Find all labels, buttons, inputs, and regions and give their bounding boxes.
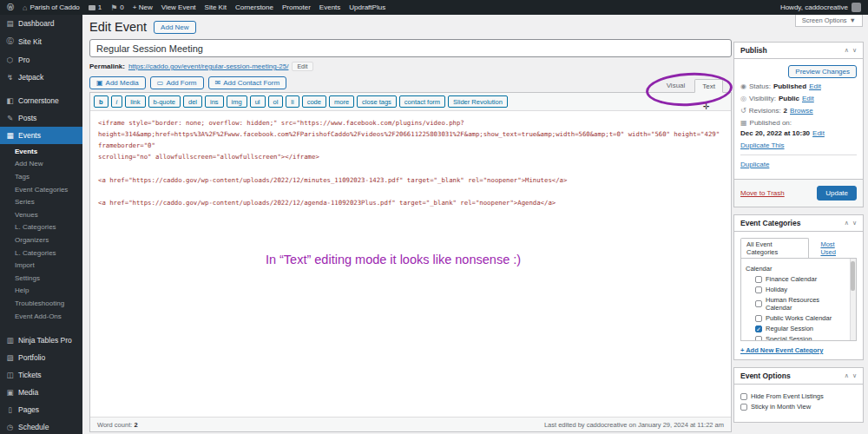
tab-all-categories[interactable]: All Event Categories	[740, 238, 809, 259]
site-kit-menu[interactable]: Site Kit	[205, 3, 227, 11]
quicktag-bold[interactable]: b	[94, 95, 108, 108]
sidebar-item-schedule[interactable]: ◷ Schedule	[0, 418, 82, 434]
move-up-icon[interactable]: ∧	[845, 220, 849, 227]
published-edit-link[interactable]: Edit	[812, 129, 825, 137]
submenu-item-venues[interactable]: Venues	[0, 208, 82, 221]
quicktag-italic[interactable]: i	[111, 95, 123, 108]
permalink-edit-button[interactable]: Edit	[292, 62, 312, 71]
quicktag-ol[interactable]: ol	[268, 95, 284, 108]
notifications-menu[interactable]: ⚑ 0	[110, 3, 124, 12]
submenu-item-venue-categories[interactable]: L. Categories	[0, 221, 82, 234]
submenu-item-import[interactable]: Import	[0, 259, 82, 272]
add-form-button[interactable]: ▭ Add Form	[150, 76, 204, 89]
category-checkbox-finance-calendar[interactable]: Finance Calendar	[755, 275, 845, 283]
add-new-button[interactable]: Add New	[154, 21, 195, 34]
sidebar-item-portfolio[interactable]: ▨ Portfolio	[0, 349, 82, 366]
quicktag-ul[interactable]: ul	[250, 95, 266, 108]
submenu-item-events[interactable]: Events	[0, 145, 82, 158]
title-input[interactable]	[89, 39, 732, 57]
scrollbar-thumb[interactable]	[851, 261, 855, 291]
site-name-menu[interactable]: ⌂ Parish of Caddo	[23, 3, 80, 12]
quicktag-contact-form[interactable]: contact form	[399, 95, 445, 108]
cornerstone-menu[interactable]: Cornerstone	[235, 3, 273, 11]
sidebar-item-ninja-tables-pro[interactable]: ▥ Ninja Tables Pro	[0, 332, 82, 349]
category-item-calendar[interactable]: Calendar	[746, 265, 845, 273]
screen-options-tab[interactable]: Screen Options ▼	[795, 15, 863, 27]
view-event-menu[interactable]: View Event	[161, 3, 196, 11]
submenu-item-settings[interactable]: Settings	[0, 272, 82, 285]
add-new-category-link[interactable]: + Add New Event Category	[740, 346, 823, 354]
quicktag-close-tags[interactable]: close tags	[357, 95, 397, 108]
sidebar-item-jetpack[interactable]: ↯ Jetpack	[0, 69, 82, 86]
permalink-link[interactable]: https://caddo.gov/event/regular-session-…	[128, 62, 289, 70]
add-media-button[interactable]: ▣ Add Media	[89, 76, 146, 89]
tab-visual[interactable]: Visual	[659, 78, 694, 92]
sidebar-item-label: Portfolio	[18, 353, 45, 362]
home-icon: ⌂	[23, 3, 27, 12]
submenu-item-add-new[interactable]: Add New	[0, 158, 82, 171]
sidebar-item-pages[interactable]: ▯ Pages	[0, 401, 82, 418]
submenu-item-event-add-ons[interactable]: Event Add-Ons	[0, 310, 82, 323]
duplicate-this-link[interactable]: Duplicate This	[740, 141, 785, 149]
post-content-textarea[interactable]: <iframe style="border: none; overflow: h…	[90, 111, 731, 417]
move-up-icon[interactable]: ∧	[845, 372, 849, 379]
category-checkbox-holiday[interactable]: Holiday	[755, 286, 845, 293]
quicktag-more[interactable]: more	[329, 95, 354, 108]
events-menu[interactable]: Events	[319, 3, 340, 11]
quicktag-img[interactable]: img	[227, 95, 247, 108]
sidebar-item-label: Schedule	[18, 423, 49, 431]
submenu-item-series[interactable]: Series	[0, 195, 82, 208]
quicktag-link[interactable]: link	[125, 95, 145, 108]
add-contact-form-button[interactable]: ✉ Add Contact Form	[208, 76, 287, 89]
quicktag-li[interactable]: li	[286, 95, 299, 108]
category-checkbox-public-works-calendar[interactable]: Public Works Calendar	[755, 314, 845, 322]
sidebar-item-cornerstone[interactable]: ◧ Cornerstone	[0, 92, 82, 109]
comments-menu[interactable]: 1	[89, 3, 102, 11]
tab-most-used[interactable]: Most Used	[814, 238, 857, 259]
howdy-menu[interactable]: Howdy, caddocreative	[780, 3, 848, 11]
sidebar-item-dashboard[interactable]: ▤ Dashboard	[0, 15, 82, 32]
sidebar-item-events[interactable]: ▦ Events	[0, 127, 82, 144]
quicktag-code[interactable]: code	[302, 95, 326, 108]
category-checkbox-human-resources-calendar[interactable]: Human Resources Calendar	[755, 296, 845, 312]
category-checkbox-special-session[interactable]: Special Session	[755, 335, 845, 341]
submenu-item-troubleshooting[interactable]: Troubleshooting	[0, 297, 82, 310]
updraftplus-menu[interactable]: UpdraftPlus	[349, 3, 385, 11]
revisions-browse-link[interactable]: Browse	[790, 107, 813, 115]
sidebar-item-site-kit[interactable]: Ⓖ Site Kit	[0, 32, 82, 51]
duplicate-link[interactable]: Duplicate	[740, 161, 769, 168]
quicktag-del[interactable]: del	[183, 95, 202, 108]
category-list: Calendar Finance Calendar Holiday Human …	[740, 258, 857, 341]
scrollbar[interactable]	[850, 259, 856, 340]
update-button[interactable]: Update	[817, 186, 857, 201]
sidebar-item-posts[interactable]: ✎ Posts	[0, 109, 82, 127]
collapse-icon[interactable]: ∨	[852, 220, 857, 227]
wp-logo-icon[interactable]: Ⓦ	[7, 3, 14, 12]
move-up-icon[interactable]: ∧	[845, 47, 849, 54]
new-menu[interactable]: + New	[133, 3, 153, 11]
submenu-item-help[interactable]: Help	[0, 285, 82, 298]
sidebar-item-pro[interactable]: ⬡ Pro	[0, 51, 82, 69]
media-icon: ▣	[6, 388, 14, 397]
promoter-menu[interactable]: Promoter	[282, 3, 311, 11]
collapse-icon[interactable]: ∨	[852, 372, 857, 379]
status-edit-link[interactable]: Edit	[809, 82, 821, 90]
submenu-item-organizer-categories[interactable]: L. Categories	[0, 247, 82, 260]
move-to-trash-link[interactable]: Move to Trash	[740, 189, 785, 197]
submenu-item-organizers[interactable]: Organizers	[0, 233, 82, 247]
tab-text[interactable]: Text	[694, 79, 723, 93]
preview-changes-button[interactable]: Preview Changes	[788, 65, 857, 78]
submenu-item-tags[interactable]: Tags	[0, 170, 82, 183]
sidebar-item-tickets[interactable]: ◫ Tickets	[0, 366, 82, 384]
option-checkbox-hide-from-listings[interactable]: Hide From Event Listings	[740, 392, 857, 400]
contact-form-icon: ✉	[215, 79, 221, 87]
option-checkbox-sticky-in-month-view[interactable]: Sticky in Month View	[740, 403, 857, 411]
quicktag-slider-revolution[interactable]: Slider Revolution	[448, 95, 508, 108]
quicktag-ins[interactable]: ins	[205, 95, 224, 108]
collapse-icon[interactable]: ∨	[852, 47, 857, 54]
quicktag-blockquote[interactable]: b-quote	[148, 95, 181, 108]
category-checkbox-regular-session[interactable]: ✓ Regular Session	[755, 325, 845, 332]
visibility-edit-link[interactable]: Edit	[802, 95, 814, 102]
submenu-item-event-categories[interactable]: Event Categories	[0, 183, 82, 196]
sidebar-item-media[interactable]: ▣ Media	[0, 384, 82, 401]
